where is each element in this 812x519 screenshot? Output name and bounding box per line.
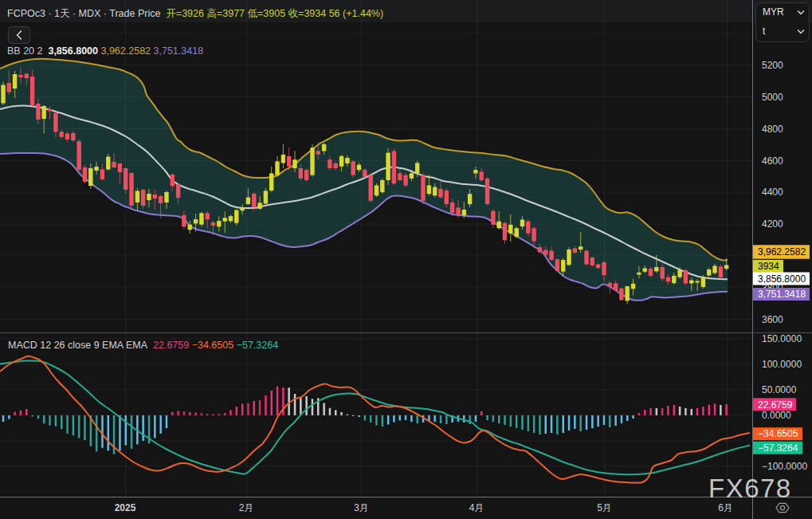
svg-text:4600: 4600 — [762, 155, 783, 167]
svg-text:2月: 2月 — [239, 502, 254, 513]
svg-text:150.0000: 150.0000 — [762, 333, 802, 344]
svg-text:4800: 4800 — [762, 124, 783, 135]
svg-text:3,751.3418: 3,751.3418 — [758, 289, 806, 300]
svg-text:3,856.8000: 3,856.8000 — [758, 273, 806, 285]
svg-text:4400: 4400 — [762, 187, 783, 198]
svg-text:MACD 12 26 close 9 EMA EMA 22: MACD 12 26 close 9 EMA EMA 22.6759 −34.6… — [8, 340, 278, 351]
svg-text:−100.0000: −100.0000 — [762, 461, 807, 472]
svg-text:6月: 6月 — [718, 502, 733, 513]
svg-text:5000: 5000 — [762, 92, 783, 103]
svg-text:FCPOc3 · 1天 · MDX · Trade Pric: FCPOc3 · 1天 · MDX · Trade Price 开=3926 高… — [7, 8, 383, 19]
svg-text:4月: 4月 — [469, 502, 484, 513]
svg-text:3,962.2582: 3,962.2582 — [758, 246, 806, 258]
svg-text:FX678: FX678 — [708, 474, 792, 503]
svg-text:−34.6505: −34.6505 — [758, 428, 798, 439]
svg-text:4200: 4200 — [762, 218, 783, 230]
svg-text:3月: 3月 — [354, 502, 369, 513]
svg-text:100.0000: 100.0000 — [762, 359, 802, 370]
svg-text:5200: 5200 — [762, 60, 783, 71]
svg-text:2025: 2025 — [115, 502, 136, 513]
svg-text:5月: 5月 — [597, 502, 612, 513]
svg-text:50.0000: 50.0000 — [762, 384, 797, 395]
svg-text:3934: 3934 — [758, 261, 779, 272]
svg-text:MYR: MYR — [763, 6, 784, 18]
svg-text:0.0000: 0.0000 — [762, 410, 791, 421]
svg-text:−57.3264: −57.3264 — [758, 442, 798, 454]
svg-text:22.6759: 22.6759 — [758, 399, 793, 411]
svg-text:3600: 3600 — [762, 314, 783, 325]
svg-text:BB 20 2 3,856.8000 3,962.2582: BB 20 2 3,856.8000 3,962.2582 3,751.3418 — [7, 45, 203, 57]
